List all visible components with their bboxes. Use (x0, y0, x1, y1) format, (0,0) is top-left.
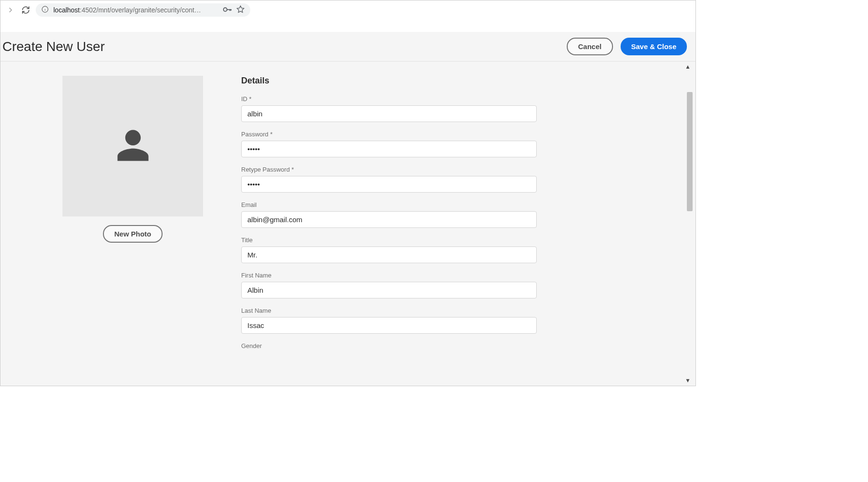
retype-password-label: Retype Password * (241, 166, 537, 173)
first-name-input[interactable] (241, 282, 537, 298)
key-icon[interactable] (223, 6, 232, 14)
header-actions: Cancel Save & Close (567, 38, 687, 55)
title-input[interactable] (241, 246, 537, 263)
field-email: Email (241, 201, 537, 228)
field-title: Title (241, 236, 537, 263)
browser-bar: localhost:4502/mnt/overlay/granite/secur… (0, 0, 695, 20)
forward-icon[interactable] (5, 5, 16, 15)
title-label: Title (241, 236, 537, 244)
scrollbar-thumb[interactable] (687, 92, 693, 211)
cancel-button[interactable]: Cancel (567, 38, 613, 55)
form-column: Details ID * Password * Retype Password … (241, 76, 537, 371)
content-scroll-area[interactable]: New Photo Details ID * Password * Retype… (0, 62, 695, 386)
email-label: Email (241, 201, 537, 208)
details-heading: Details (241, 76, 537, 86)
header-bar: Create New User Cancel Save & Close (0, 32, 695, 62)
page-title: Create New User (2, 39, 105, 54)
email-input[interactable] (241, 211, 537, 228)
address-bar[interactable]: localhost:4502/mnt/overlay/granite/secur… (36, 3, 250, 17)
svg-point-3 (224, 8, 227, 11)
last-name-input[interactable] (241, 317, 537, 334)
password-input[interactable] (241, 141, 537, 157)
last-name-label: Last Name (241, 307, 537, 314)
field-gender: Gender (241, 342, 537, 349)
content-wrap: New Photo Details ID * Password * Retype… (0, 62, 695, 386)
field-password: Password * (241, 131, 537, 157)
photo-column: New Photo (62, 76, 203, 371)
gender-label: Gender (241, 342, 537, 349)
app-container: Create New User Cancel Save & Close New … (0, 20, 695, 386)
save-close-button[interactable]: Save & Close (621, 38, 687, 55)
reload-icon[interactable] (20, 5, 31, 15)
scroll-up-arrow-icon[interactable]: ▲ (685, 63, 691, 70)
field-first-name: First Name (241, 272, 537, 298)
svg-rect-6 (231, 9, 232, 10)
info-icon (41, 6, 49, 14)
svg-marker-7 (237, 6, 244, 12)
scroll-down-arrow-icon[interactable]: ▼ (685, 377, 691, 384)
new-photo-button[interactable]: New Photo (103, 225, 163, 243)
photo-placeholder (62, 76, 203, 216)
field-id: ID * (241, 95, 537, 122)
first-name-label: First Name (241, 272, 537, 279)
svg-rect-5 (230, 9, 231, 11)
id-label: ID * (241, 95, 537, 103)
blank-strip (0, 20, 695, 32)
star-icon[interactable] (236, 5, 245, 15)
url-text: localhost:4502/mnt/overlay/granite/secur… (53, 6, 218, 14)
retype-password-input[interactable] (241, 176, 537, 193)
field-retype-password: Retype Password * (241, 166, 537, 193)
field-last-name: Last Name (241, 307, 537, 334)
id-input[interactable] (241, 105, 537, 122)
user-icon (114, 127, 152, 166)
password-label: Password * (241, 131, 537, 138)
